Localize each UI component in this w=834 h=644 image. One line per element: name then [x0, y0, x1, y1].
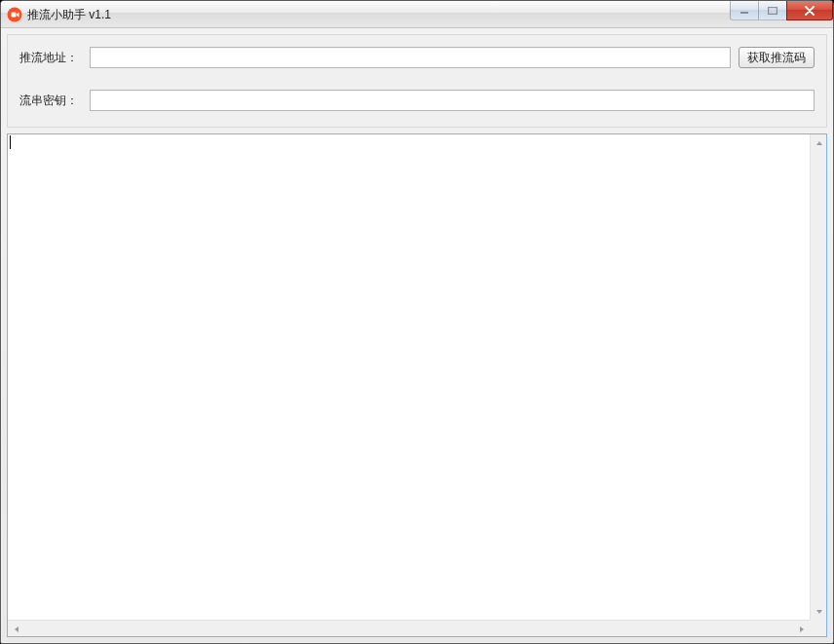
push-url-input[interactable] — [90, 47, 731, 68]
push-url-label: 推流地址： — [19, 50, 90, 66]
window-title: 推流小助手 v1.1 — [27, 9, 111, 20]
scroll-left-arrow-icon[interactable] — [8, 621, 24, 637]
stream-key-label: 流串密钥： — [19, 93, 90, 109]
svg-rect-1 — [12, 12, 17, 17]
scroll-corner — [810, 620, 826, 636]
app-window: 推流小助手 v1.1 推流地址： — [0, 0, 834, 644]
scroll-down-arrow-icon[interactable] — [811, 603, 827, 620]
log-textarea[interactable] — [7, 133, 827, 637]
minimize-button[interactable] — [730, 1, 759, 20]
svg-rect-2 — [740, 12, 748, 14]
stream-key-input[interactable] — [90, 90, 815, 111]
window-controls — [731, 1, 833, 20]
scroll-right-arrow-icon[interactable] — [793, 621, 810, 637]
app-icon — [7, 7, 22, 22]
log-content[interactable] — [8, 134, 810, 620]
text-caret — [10, 135, 11, 149]
scroll-up-arrow-icon[interactable] — [811, 134, 827, 151]
title-bar[interactable]: 推流小助手 v1.1 — [1, 1, 833, 28]
svg-rect-3 — [769, 7, 777, 14]
client-area: 推流地址： 获取推流码 流串密钥： — [1, 28, 833, 643]
input-panel: 推流地址： 获取推流码 流串密钥： — [7, 34, 827, 128]
get-stream-code-button[interactable]: 获取推流码 — [739, 47, 815, 68]
maximize-button[interactable] — [758, 1, 787, 20]
vertical-scrollbar[interactable] — [810, 134, 826, 620]
push-url-row: 推流地址： 获取推流码 — [19, 47, 815, 68]
horizontal-scrollbar[interactable] — [8, 620, 810, 636]
close-button[interactable] — [786, 1, 833, 20]
stream-key-row: 流串密钥： — [19, 90, 815, 111]
